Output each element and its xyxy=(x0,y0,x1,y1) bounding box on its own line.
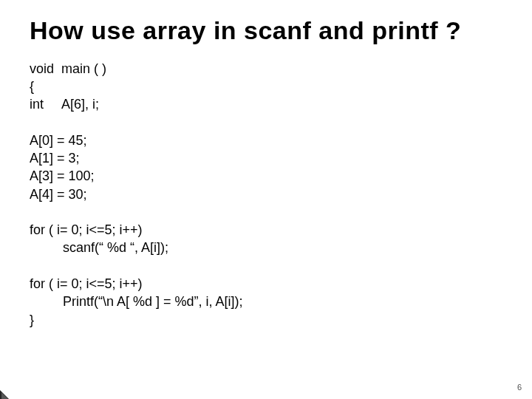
code-line: void main ( ) xyxy=(30,61,106,76)
slide: How use array in scanf and printf ? void… xyxy=(0,0,532,399)
corner-decoration-inner xyxy=(1,392,8,399)
code-line: } xyxy=(30,313,34,327)
code-line: A[4] = 30; xyxy=(30,187,87,202)
code-block: void main ( ) { int A[6], i; A[0] = 45; … xyxy=(30,60,502,329)
code-line: Printf(“\n A[ %d ] = %d”, i, A[i]); xyxy=(30,294,243,309)
code-line: { xyxy=(30,79,34,94)
code-line: for ( i= 0; i<=5; i++) xyxy=(30,276,143,291)
code-line: scanf(“ %d “, A[i]); xyxy=(30,240,168,255)
code-line: A[3] = 100; xyxy=(30,168,95,183)
slide-title: How use array in scanf and printf ? xyxy=(30,15,502,47)
code-line: for ( i= 0; i<=5; i++) xyxy=(30,222,143,237)
code-line: int A[6], i; xyxy=(30,97,99,112)
code-line: A[0] = 45; xyxy=(30,133,87,148)
page-number: 6 xyxy=(517,383,522,392)
code-line: A[1] = 3; xyxy=(30,151,80,166)
